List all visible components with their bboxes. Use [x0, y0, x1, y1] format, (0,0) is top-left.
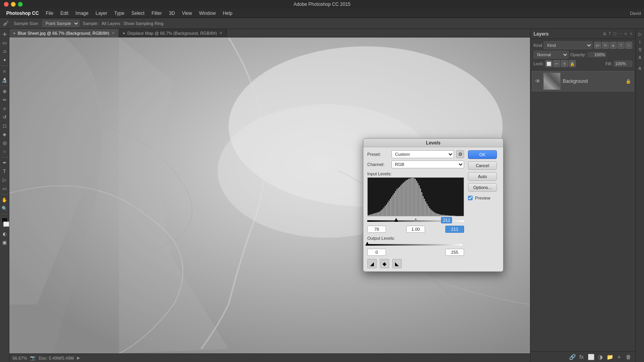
eraser-tool[interactable]: ◻ — [1, 122, 9, 130]
white-point-eyedropper[interactable]: ◣ — [392, 259, 402, 268]
brush-tool[interactable]: ✏ — [1, 96, 9, 104]
layers-panel-icon-4[interactable]: ⋯ — [619, 32, 623, 36]
history-brush-tool[interactable]: ↺ — [1, 113, 9, 121]
status-icon[interactable]: 📷 — [30, 355, 36, 360]
right-tool-4[interactable]: A — [637, 54, 644, 61]
shape-tool[interactable]: ▭ — [1, 185, 9, 193]
link-layers-btn[interactable]: 🔗 — [568, 353, 576, 361]
lock-transparent-btn[interactable]: ⬜ — [545, 60, 552, 67]
hand-tool[interactable]: ✋ — [1, 196, 9, 204]
menu-type[interactable]: Type — [111, 10, 128, 17]
right-tool-1[interactable]: ▷ — [637, 30, 644, 37]
filter-text-btn[interactable]: T — [617, 42, 624, 49]
menu-filter[interactable]: Filter — [148, 10, 165, 17]
kind-select[interactable]: Kind — [544, 41, 592, 49]
marquee-tool[interactable]: ▭ — [1, 39, 9, 47]
path-select-tool[interactable]: ▷ — [1, 176, 9, 184]
filter-shape-btn[interactable]: ⬡ — [625, 42, 632, 49]
gradient-tool[interactable]: ◈ — [1, 130, 9, 138]
opacity-input[interactable] — [587, 52, 606, 57]
menu-view[interactable]: View — [179, 10, 195, 17]
layer-visibility-eye[interactable]: 👁 — [535, 78, 541, 84]
tab-close-blue-sheet[interactable]: ✕ — [112, 31, 115, 35]
filter-pixel-btn[interactable]: px — [594, 42, 601, 49]
output-white-thumb[interactable] — [462, 242, 466, 246]
input-midtone-thumb[interactable] — [414, 218, 418, 222]
menu-window[interactable]: Window — [196, 10, 219, 17]
menu-app-name[interactable]: Photoshop CC — [3, 10, 42, 17]
auto-button[interactable]: Auto — [468, 172, 497, 181]
right-tool-3[interactable]: ⚲ — [637, 46, 644, 53]
menu-3d[interactable]: 3D — [166, 10, 178, 17]
magic-wand-tool[interactable]: ✦ — [1, 56, 9, 64]
crop-tool[interactable]: ⌗ — [1, 68, 9, 75]
pen-tool[interactable]: ✒ — [1, 159, 9, 167]
lock-pixels-btn[interactable]: ✏ — [553, 60, 560, 67]
blend-mode-select[interactable]: Normal — [534, 51, 569, 59]
layers-panel-menu[interactable]: ≡ — [624, 32, 627, 36]
tab-close-displace[interactable]: ✕ — [219, 31, 222, 35]
preset-select[interactable]: Custom — [391, 150, 454, 158]
right-tool-2[interactable]: i — [637, 38, 644, 45]
move-tool[interactable]: ✛ — [1, 30, 9, 38]
menu-help[interactable]: Help — [220, 10, 236, 17]
ok-button[interactable]: OK — [468, 150, 497, 159]
filter-adj-btn[interactable]: ▲ — [610, 42, 617, 49]
layers-panel-icon-3[interactable]: ⬡ — [613, 32, 617, 36]
new-group-btn[interactable]: 📁 — [606, 353, 614, 361]
layers-panel-icon-2[interactable]: T — [608, 32, 611, 36]
cancel-button[interactable]: Cancel — [468, 161, 497, 170]
add-mask-btn[interactable]: ⬜ — [587, 353, 595, 361]
screen-mode-icon[interactable]: ▣ — [1, 239, 9, 246]
right-tool-5[interactable]: A — [637, 65, 644, 72]
menu-select[interactable]: Select — [128, 10, 148, 17]
layers-collapse[interactable]: × — [630, 32, 632, 36]
zoom-tool[interactable]: 🔍 — [1, 205, 9, 212]
close-button[interactable] — [4, 2, 9, 7]
add-style-btn[interactable]: fx — [578, 353, 585, 361]
channel-select[interactable]: RGB — [391, 160, 464, 168]
tab-displace-map[interactable]: ● Displace Map @ 66.7% (Background, RGB/… — [119, 29, 227, 37]
layer-item-background[interactable]: 👁 Background 🔒 — [532, 71, 634, 91]
lock-all-btn[interactable]: 🔒 — [569, 60, 576, 67]
background-color[interactable] — [3, 221, 9, 227]
tab-blue-sheet[interactable]: ● Blue Sheet.jpg @ 66.7% (Background, RG… — [9, 29, 119, 37]
input-white-thumb-active[interactable]: 211 — [441, 217, 452, 223]
lock-position-btn[interactable]: ✛ — [561, 60, 568, 67]
levels-gear-btn[interactable]: ⚙ — [456, 150, 464, 158]
quick-mask-icon[interactable]: ◐ — [1, 230, 9, 238]
menu-edit[interactable]: Edit — [57, 10, 72, 17]
layers-panel-icon-1[interactable]: ⊞ — [603, 32, 606, 36]
input-midtone-value[interactable] — [406, 226, 425, 233]
new-layer-btn[interactable]: + — [615, 353, 623, 361]
input-black-value[interactable] — [367, 226, 386, 233]
output-black-value[interactable] — [367, 249, 386, 256]
dodge-tool[interactable]: ○ — [1, 148, 9, 155]
input-black-thumb[interactable] — [394, 218, 398, 222]
gray-point-eyedropper[interactable]: ◆ — [380, 259, 389, 268]
delete-layer-btn[interactable]: 🗑 — [624, 353, 632, 361]
sample-size-select[interactable]: Point Sample — [42, 20, 80, 27]
new-fill-layer-btn[interactable]: ◑ — [596, 353, 604, 361]
blur-tool[interactable]: ◎ — [1, 139, 9, 147]
lasso-tool[interactable]: ⊃ — [1, 48, 9, 55]
svg-rect-18 — [386, 205, 387, 216]
filter-fx-btn[interactable]: fx — [602, 42, 609, 49]
output-black-thumb[interactable] — [365, 242, 369, 246]
black-point-eyedropper[interactable]: ◢ — [367, 259, 377, 268]
minimize-button[interactable] — [11, 2, 16, 7]
menu-image[interactable]: Image — [72, 10, 91, 17]
fill-input[interactable] — [614, 61, 632, 67]
eyedropper-tool[interactable]: 🔬 — [1, 76, 9, 84]
options-button[interactable]: Options... — [468, 183, 497, 192]
spot-heal-tool[interactable]: ⊕ — [1, 87, 9, 95]
clone-stamp-tool[interactable]: ⌾ — [1, 105, 9, 112]
input-white-value[interactable] — [445, 226, 464, 233]
type-tool[interactable]: T — [1, 168, 9, 175]
menu-layer[interactable]: Layer — [93, 10, 110, 17]
maximize-button[interactable] — [18, 2, 23, 7]
output-white-value[interactable] — [445, 249, 464, 256]
preview-checkbox[interactable] — [468, 196, 473, 200]
menu-file[interactable]: File — [43, 10, 56, 17]
status-arrow[interactable]: ▶ — [77, 355, 80, 360]
